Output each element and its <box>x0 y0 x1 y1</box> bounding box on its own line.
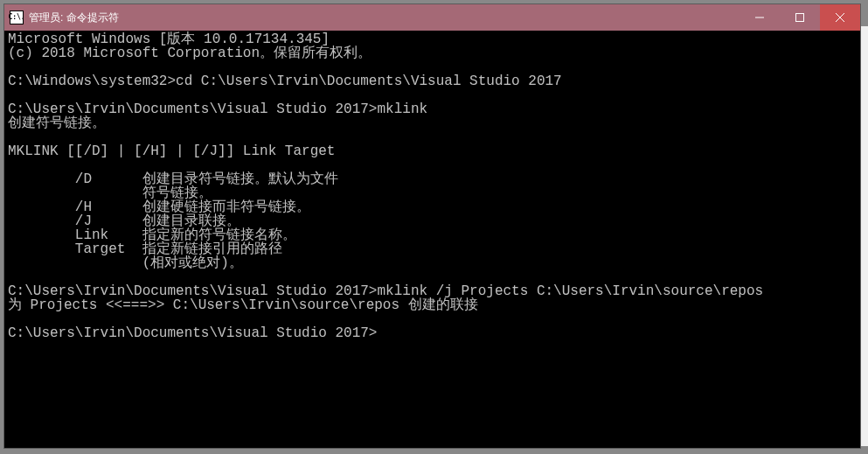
maximize-button[interactable] <box>780 4 820 31</box>
minimize-icon <box>755 13 764 22</box>
close-icon <box>836 13 844 22</box>
background-strip <box>861 26 868 446</box>
command-prompt-window: C:\. 管理员: 命令提示符 Microsoft Windows [版本 10… <box>3 3 861 449</box>
svg-rect-1 <box>796 14 804 22</box>
cmd-icon: C:\. <box>10 10 24 24</box>
terminal-body[interactable]: Microsoft Windows [版本 10.0.17134.345] (c… <box>4 31 860 448</box>
window-title: 管理员: 命令提示符 <box>29 10 740 25</box>
maximize-icon <box>795 13 804 22</box>
window-controls <box>740 4 860 31</box>
minimize-button[interactable] <box>740 4 780 31</box>
titlebar[interactable]: C:\. 管理员: 命令提示符 <box>4 4 860 31</box>
close-button[interactable] <box>820 4 860 31</box>
terminal-output: Microsoft Windows [版本 10.0.17134.345] (c… <box>8 32 857 340</box>
